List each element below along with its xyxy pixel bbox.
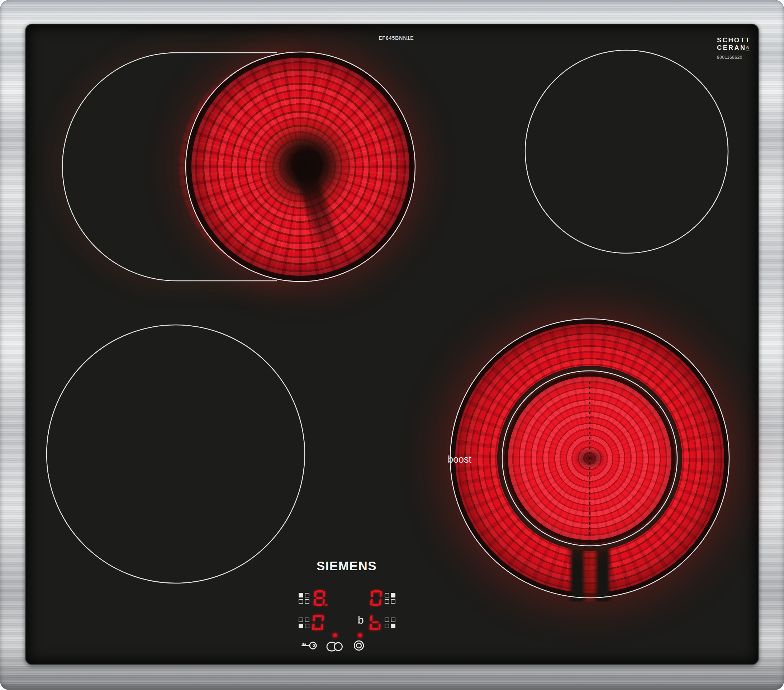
boost-prefix-letter: b xyxy=(358,614,364,626)
front-right-inner-heater-glow xyxy=(504,373,675,544)
segment-b xyxy=(380,591,382,597)
power-level-display-rear-left xyxy=(313,590,325,606)
segment-b xyxy=(323,591,326,597)
grid-cell-tl xyxy=(299,593,303,598)
indicator-led-left xyxy=(333,633,337,637)
schott-line: SCHOTT xyxy=(717,36,756,44)
segment-e xyxy=(370,599,373,605)
grid-cell-tr xyxy=(305,617,310,622)
model-number: EF645BNN1E xyxy=(379,35,414,41)
ceran-line: CERAN® xyxy=(717,45,756,51)
schott-ceran-logo: SCHOTT CERAN® 9001168620 xyxy=(717,36,756,59)
grid-cell-bl xyxy=(299,599,303,604)
segment-g xyxy=(372,622,379,624)
boost-label: boost xyxy=(448,454,471,465)
zone-indicator-grid-rear-right xyxy=(385,593,395,604)
segment-d xyxy=(371,628,378,631)
child-lock-key-icon[interactable] xyxy=(301,639,318,652)
segment-d xyxy=(315,604,322,606)
segment-e xyxy=(370,624,372,630)
grid-cell-bl xyxy=(385,599,389,604)
segment-f xyxy=(371,591,373,597)
rear-left-main-heater-glow xyxy=(186,52,415,282)
segment-d xyxy=(372,604,379,606)
registered-mark: ® xyxy=(746,46,749,50)
cooktop-steel-frame: EF645BNN1E SCHOTT CERAN® 9001168620 SIEM… xyxy=(0,0,784,690)
indicator-led-right xyxy=(358,633,362,637)
segment-f xyxy=(314,591,316,597)
power-level-display-front-left xyxy=(312,615,324,630)
segment-d xyxy=(314,628,321,631)
zone-indicator-grid-front-right xyxy=(385,617,395,628)
segment-g xyxy=(316,597,323,599)
siemens-logo: SIEMENS xyxy=(316,559,377,573)
segment-c xyxy=(322,599,325,605)
segment-a xyxy=(315,615,321,617)
segment-e xyxy=(314,599,316,605)
segment-c xyxy=(379,599,381,605)
grid-cell-tl xyxy=(385,617,389,622)
grid-cell-br xyxy=(391,624,395,628)
segment-c xyxy=(321,624,323,630)
grid-cell-tl xyxy=(385,593,389,598)
grid-cell-tl xyxy=(299,617,303,622)
grid-cell-br xyxy=(305,624,310,628)
segment-e xyxy=(312,624,315,630)
grid-cell-bl xyxy=(299,624,303,628)
grid-cell-br xyxy=(305,599,310,604)
segment-f xyxy=(313,616,315,622)
power-level-display-front-right xyxy=(369,615,381,630)
dual-circuit-icon[interactable] xyxy=(353,639,365,652)
zone-extension-icon[interactable] xyxy=(326,641,343,652)
power-level-display-rear-right xyxy=(370,590,382,606)
segment-c xyxy=(378,624,381,630)
segment-b xyxy=(321,616,324,622)
grid-cell-br xyxy=(391,599,395,604)
zone-indicator-grid-front-left xyxy=(299,617,310,628)
segment-a xyxy=(373,590,380,593)
grid-cell-tr xyxy=(305,593,310,598)
zone-indicator-grid-rear-left xyxy=(299,593,310,604)
grid-cell-bl xyxy=(385,624,389,628)
grid-cell-tr xyxy=(391,593,395,598)
segment-a xyxy=(316,590,323,593)
grid-cell-tr xyxy=(391,617,395,622)
serial-code: 9001168620 xyxy=(717,55,756,60)
segment-f xyxy=(370,616,372,622)
